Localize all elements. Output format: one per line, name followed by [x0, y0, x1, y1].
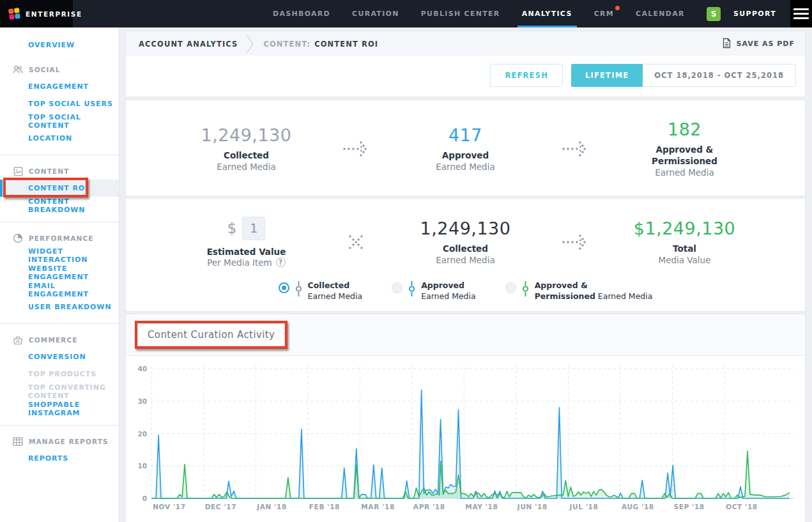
total-media-value-stat: $1,249,130 Total Media Value [590, 219, 779, 266]
sidebar-item-top-products: TOP PRODUCTS [0, 365, 119, 383]
sidebar-item-label: WEBSITE ENGAGEMENT [28, 265, 119, 281]
sidebar-item-overview[interactable]: OVERVIEW [0, 36, 119, 54]
nav-item-label: CALENDAR [636, 10, 685, 18]
approved-value: 417 [371, 125, 560, 145]
x-tick-label: OCT '18 [726, 503, 758, 510]
sidebar-section-content: CONTENT [0, 163, 119, 180]
currency-symbol: $ [227, 220, 237, 236]
x-tick-label: APR '18 [413, 503, 445, 510]
x-tick-label: JUN '18 [517, 503, 548, 510]
breadcrumb-section: CONTENT: [263, 40, 310, 49]
dotted-arrow-icon [560, 233, 590, 252]
sidebar-item-label: CONVERSION [28, 353, 86, 361]
y-tick-label: 0 [142, 495, 147, 502]
x-tick-label: FEB '18 [309, 503, 340, 510]
approved-permissioned-earned-media-area [151, 451, 790, 498]
sidebar: OVERVIEWSOCIALENGAGEMENTTOP SOCIAL USERS… [0, 27, 119, 522]
sidebar-item-conversion[interactable]: CONVERSION [0, 348, 119, 365]
sidebar-item-engagement[interactable]: ENGAGEMENT [0, 78, 119, 95]
collected-count-stat: 1,249,130 Collected Earned Media [371, 219, 560, 266]
sidebar-divider [0, 425, 119, 426]
y-tick-label: 20 [137, 429, 147, 437]
sidebar-item-label: TOP PRODUCTS [28, 370, 96, 378]
sidebar-section-performance: PERFORMANCE [0, 230, 119, 247]
sidebar-item-user-breakdown[interactable]: USER BREAKDOWN [0, 298, 119, 316]
brand[interactable]: ENTERPRISE [0, 0, 73, 27]
breadcrumb-page: CONTENT ROI [314, 40, 378, 49]
dotted-multiply-icon [341, 233, 371, 251]
collected-label: Collected [151, 150, 341, 161]
pdf-document-icon [722, 38, 732, 50]
nav-item-dashboard[interactable]: DASHBOARD [262, 0, 341, 27]
sidebar-item-shoppable-instagram[interactable]: SHOPPABLE INSTAGRAM [0, 400, 119, 417]
support-link[interactable]: SUPPORT [733, 10, 776, 18]
media-option-approved-permissioned[interactable]: Approved &Permissioned Earned Media [505, 280, 653, 302]
y-tick-label: 30 [137, 397, 147, 404]
nav-item-publish-center[interactable]: PUBLISH CENTER [410, 0, 511, 27]
nav-item-label: CURATION [352, 10, 399, 18]
sidebar-section-label: SOCIAL [29, 66, 61, 73]
y-tick-label: 40 [137, 365, 147, 372]
sidebar-item-label: ENGAGEMENT [28, 82, 89, 91]
radio-unselected-icon[interactable] [505, 282, 516, 293]
sidebar-item-top-social-content[interactable]: TOP SOCIAL CONTENT [0, 112, 119, 130]
sidebar-item-label: USER BREAKDOWN [28, 303, 112, 311]
sidebar-divider [0, 155, 119, 155]
nav-item-curation[interactable]: CURATION [341, 0, 410, 27]
x-tick-label: SEP '18 [673, 503, 704, 510]
x-tick-label: MAR '18 [361, 503, 395, 510]
sidebar-item-reports[interactable]: REPORTS [0, 450, 119, 467]
sidebar-item-top-social-users[interactable]: TOP SOCIAL USERS [0, 95, 119, 112]
sidebar-item-label: CONTENT BREAKDOWN [28, 197, 119, 214]
refresh-button[interactable]: REFRESH [490, 64, 563, 87]
user-avatar[interactable]: S [707, 7, 721, 21]
sidebar-item-content-breakdown[interactable]: CONTENT BREAKDOWN [0, 197, 119, 214]
sidebar-item-label: CONTENT ROI [28, 184, 88, 192]
menu-icon[interactable] [790, 0, 812, 27]
sidebar-item-top-converting-content: TOP CONVERTING CONTENT [0, 383, 119, 400]
nav-item-crm[interactable]: CRM [583, 0, 625, 27]
lifetime-button[interactable]: LIFETIME [571, 64, 643, 87]
sidebar-item-website-engagement[interactable]: WEBSITE ENGAGEMENT [0, 264, 119, 281]
top-nav: ENTERPRISE DASHBOARDCURATIONPUBLISH CENT… [0, 0, 812, 27]
series-marker-icon [522, 281, 529, 299]
sidebar-item-label: TOP CONVERTING CONTENT [28, 383, 119, 400]
per-media-item-label: Per Media Item [207, 257, 272, 268]
date-range-group: LIFETIME OCT 18,2018 - OCT 25,2018 [571, 64, 796, 87]
radio-unselected-icon[interactable] [392, 282, 402, 293]
dotted-arrow-icon [341, 139, 371, 158]
sidebar-item-label: SHOPPABLE INSTAGRAM [28, 401, 119, 417]
collected-stat: 1,249,130 Collected Earned Media [151, 125, 341, 173]
date-range-button[interactable]: OCT 18,2018 - OCT 25,2018 [643, 64, 796, 87]
page: ENTERPRISE DASHBOARDCURATIONPUBLISH CENT… [0, 0, 812, 522]
sidebar-item-email-engagement[interactable]: EMAIL ENGAGEMENT [0, 281, 119, 298]
sidebar-item-content-roi[interactable]: CONTENT ROI [0, 180, 119, 197]
radio-selected-icon[interactable] [279, 282, 289, 293]
chevron-right-icon [247, 35, 254, 53]
media-option-collected[interactable]: CollectedEarned Media [279, 280, 363, 302]
chart-grid: NOV '17DEC '17JAN '18FEB '18MAR '18APR '… [137, 365, 795, 510]
dotted-arrow-icon [560, 139, 590, 158]
sidebar-item-widget-interaction[interactable]: WIDGET INTERACTION [0, 247, 119, 264]
sidebar-item-label: TOP SOCIAL USERS [28, 100, 113, 108]
sidebar-item-label: TOP SOCIAL CONTENT [28, 113, 119, 130]
nav-item-calendar[interactable]: CALENDAR [625, 0, 696, 27]
estimated-value-input[interactable] [242, 217, 265, 240]
header-panel: ACCOUNT ANALYTICS CONTENT: CONTENT ROI S… [125, 32, 806, 97]
nav-item-analytics[interactable]: ANALYTICS [511, 0, 583, 27]
save-as-pdf-button[interactable]: SAVE AS PDF [722, 38, 795, 50]
sidebar-item-location[interactable]: LOCATION [0, 130, 119, 147]
chart-card-header: Content Curation Activity [126, 314, 805, 356]
approved-permissioned-earned-media-line [151, 451, 790, 498]
sidebar-item-label: WIDGET INTERACTION [28, 247, 119, 264]
toolbar: REFRESH LIFETIME OCT 18,2018 - OCT 25,20… [126, 56, 805, 96]
x-tick-label: JUL '18 [569, 503, 598, 510]
media-option-approved[interactable]: ApprovedEarned Media [392, 280, 476, 302]
breadcrumb-account-analytics[interactable]: ACCOUNT ANALYTICS [139, 40, 238, 49]
x-tick-label: NOV '17 [153, 503, 185, 510]
sidebar-section-label: MANAGE REPORTS [29, 438, 109, 445]
sidebar-item-label: OVERVIEW [28, 41, 75, 49]
help-icon[interactable]: ? [276, 257, 286, 267]
nav-item-label: CRM [594, 10, 614, 18]
x-tick-label: DEC '17 [205, 503, 237, 510]
